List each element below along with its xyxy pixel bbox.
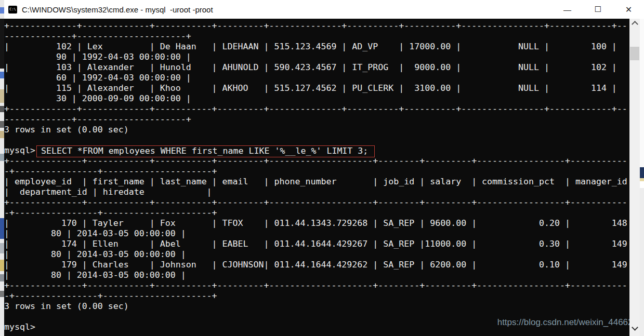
cmd-window: C:\ C:\WINDOWS\system32\cmd.exe - mysql … <box>0 0 644 336</box>
terminal-line: mysql> SELECT *FROM employees WHERE firs… <box>4 145 629 156</box>
window-title: C:\WINDOWS\system32\cmd.exe - mysql -uro… <box>22 5 552 14</box>
terminal-line: 30 | 2000-09-09 00:00:00 | <box>4 93 629 104</box>
terminal-line: | 174 | Ellen | Abel | EABEL | 011.44.16… <box>4 239 629 249</box>
scrollbar-thumb[interactable] <box>630 47 639 60</box>
close-button[interactable]: ✕ <box>613 0 644 19</box>
terminal-line: | 170 | Tayler | Fox | TFOX | 011.44.134… <box>4 218 629 229</box>
terminal-line: +--------------+------------+-----------… <box>4 156 629 166</box>
terminal-line: | employee_id | first_name | last_name |… <box>4 177 629 187</box>
minimize-button[interactable]: — <box>552 0 583 19</box>
terminal-line: | 80 | 2014-03-05 00:00:00 | <box>4 229 629 239</box>
terminal-line: -+----------------+---------------------… <box>4 166 629 177</box>
terminal-line: 3 rows in set (0.00 sec) <box>4 125 629 135</box>
terminal-line: +-------------+-------------+-----------… <box>4 104 629 114</box>
terminal-line: 60 | 1992-04-03 00:00:00 | <box>4 73 629 83</box>
terminal-line: +--------------+------------+-----------… <box>4 197 629 208</box>
chevron-up-icon[interactable] <box>629 19 640 28</box>
background-window-right-sliver <box>640 0 644 336</box>
chevron-down-icon[interactable] <box>629 324 640 333</box>
maximize-button[interactable]: ☐ <box>583 0 613 19</box>
terminal-line: +-------------+-------------+-----------… <box>4 21 629 31</box>
terminal-line: +--------------+------------+-----------… <box>4 280 629 291</box>
terminal-line: | 103 | Alexander | Hunold | AHUNOLD | 5… <box>4 62 629 73</box>
terminal-output[interactable]: +-------------+-------------+-----------… <box>4 19 629 336</box>
terminal-line: -+----------------+---------------------… <box>4 291 629 301</box>
terminal-line: 3 rows in set (0.00 sec) <box>4 301 629 312</box>
terminal-line: 90 | 1992-04-03 00:00:00 | <box>4 52 629 62</box>
vertical-scrollbar[interactable] <box>629 19 640 336</box>
mysql-prompt: mysql> <box>4 145 41 155</box>
terminal-line: -------------+---------------------+ <box>4 114 629 125</box>
background-window-left-sliver <box>0 0 4 336</box>
cmd-icon: C:\ <box>8 6 17 14</box>
terminal-line: -------------+---------------------+ <box>4 31 629 42</box>
terminal-line: | 80 | 2014-03-05 00:00:00 | <box>4 270 629 280</box>
terminal-line: -+----------------+---------------------… <box>4 208 629 218</box>
terminal-line: | 179 | Charles | Johnson | CJOHNSON| 01… <box>4 260 629 270</box>
terminal-line: | 115 | Alexander | Khoo | AKHOO | 515.1… <box>4 83 629 93</box>
watermark-url: https://blog.csdn.net/weixin_446629 <box>497 317 638 328</box>
title-bar[interactable]: C:\ C:\WINDOWS\system32\cmd.exe - mysql … <box>4 0 644 19</box>
terminal-line <box>4 135 629 145</box>
terminal-line: | department_id | hiredate | <box>4 187 629 197</box>
terminal-line: | 80 | 2014-03-05 00:00:00 | <box>4 249 629 260</box>
terminal-line: | 102 | Lex | De Haan | LDEHAAN | 515.12… <box>4 42 629 52</box>
